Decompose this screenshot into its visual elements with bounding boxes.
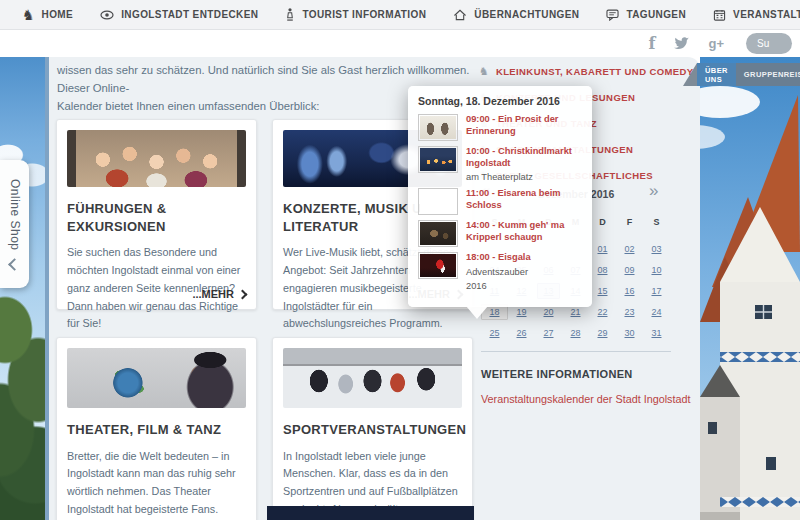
weekday-label: D — [599, 217, 606, 227]
nav-item-home[interactable]: ♞ HOME — [22, 8, 73, 22]
kripperl-thumb — [418, 220, 458, 247]
panther-icon: ♞ — [479, 66, 489, 77]
eisgala-skater-thumb — [418, 252, 458, 279]
nav-label: HOME — [42, 9, 74, 20]
city-night-thumb — [418, 146, 458, 173]
calendar-day[interactable]: 16 — [624, 286, 634, 296]
card-title: FÜHRUNGEN & EXKURSIONEN — [67, 200, 246, 235]
tourist-info-icon — [285, 8, 295, 21]
twitter-icon[interactable] — [673, 35, 690, 52]
nav-label: TAGUNGEN — [626, 9, 686, 20]
popup-event-eisarena[interactable]: 11:00 - Eisarena beim Schloss — [418, 188, 582, 215]
nav-item-veranstaltungen[interactable]: VERANSTALTUNGEN — [713, 9, 800, 21]
calendar-day[interactable]: 25 — [489, 328, 499, 338]
nav-label: VERANSTALTUNGEN — [733, 9, 800, 20]
globe-performer-photo[interactable] — [67, 348, 246, 408]
calendar-day[interactable]: 17 — [651, 286, 661, 296]
sidebar-item-kleinkunst[interactable]: ♞ KLEINKUNST, KABARETT UND COMEDY — [479, 66, 694, 77]
header-strip: f g+ Su — [0, 30, 800, 57]
ice-hockey-photo[interactable] — [283, 348, 462, 408]
online-shop-label: Online Shop — [8, 179, 22, 251]
calendar-day[interactable]: 21 — [570, 307, 580, 317]
prosit-figures-thumb — [418, 114, 458, 141]
card-title: THEATER, FILM & TANZ — [67, 421, 246, 439]
calendar-day[interactable]: 24 — [651, 307, 661, 317]
online-shop-tab[interactable]: Online Shop — [0, 160, 29, 288]
nav-item-uebernachtungen[interactable]: ÜBERNACHTUNGEN — [453, 9, 579, 21]
calendar-day[interactable]: 03 — [651, 244, 661, 254]
footer-edge-bar — [267, 506, 474, 520]
calendar-day[interactable]: 26 — [516, 328, 526, 338]
calendar-day[interactable]: 09 — [624, 265, 634, 275]
secondary-navigation: ÜBER UNS GRUPPENREISEN — [683, 63, 800, 86]
facebook-icon[interactable]: f — [649, 34, 656, 53]
popup-date-header: Sonntag, 18. Dezember 2016 — [418, 95, 582, 107]
calendar-day[interactable]: 20 — [543, 307, 553, 317]
nav-item-tagungen[interactable]: TAGUNGEN — [606, 9, 686, 21]
sidebar-divider — [481, 351, 671, 352]
calendar-day[interactable]: 29 — [597, 328, 607, 338]
calendar-day-popup: Sonntag, 18. Dezember 2016 09:00 - Ein P… — [408, 86, 592, 307]
popup-event-kripperl[interactable]: 14:00 - Kumm geh' ma Kripperl schaugn — [418, 220, 582, 247]
weitere-informationen-heading: WEITERE INFORMATIONEN — [481, 368, 633, 380]
speech-bubble-icon — [606, 9, 619, 21]
mehr-link[interactable]: ...MEHR — [192, 288, 246, 300]
subnav-tab-ueber-uns[interactable]: ÜBER UNS — [697, 63, 736, 86]
subnav-tab-gruppenreisen[interactable]: GRUPPENREISEN — [736, 63, 800, 86]
calendar-day[interactable]: 30 — [624, 328, 634, 338]
popup-event-christkindlmarkt[interactable]: 10:00 - Christkindlmarkt Ingolstadt am T… — [418, 146, 582, 183]
main-navigation: ♞ HOME INGOLSTADT ENTDECKEN TOURIST INFO… — [0, 0, 800, 30]
chevron-right-icon — [238, 289, 248, 299]
background-photo-castle — [700, 57, 800, 520]
popup-event-eisgala[interactable]: 18:00 - Eisgala Adventszauber 2016 — [418, 252, 582, 292]
calendar-day[interactable]: 08 — [597, 265, 607, 275]
search-button[interactable]: Su — [746, 33, 792, 54]
nav-item-tourist-information[interactable]: TOURIST INFORMATION — [285, 8, 426, 21]
calendar-day[interactable]: 28 — [570, 328, 580, 338]
calendar-day[interactable]: 02 — [624, 244, 634, 254]
calendar-next-button[interactable]: » — [649, 181, 657, 201]
nav-label: TOURIST INFORMATION — [302, 9, 426, 20]
calendar-day[interactable]: 10 — [651, 265, 661, 275]
social-bar: f g+ Su — [649, 30, 800, 57]
category-card-fuehrungen: FÜHRUNGEN & EXKURSIONEN Sie suchen das B… — [56, 119, 257, 310]
content-panel: wissen das sehr zu schätzen. Und natürli… — [45, 57, 700, 520]
tour-group-photo[interactable] — [67, 130, 246, 187]
weekday-label: S — [653, 217, 659, 227]
house-icon — [453, 9, 467, 21]
nav-item-ingolstadt-entdecken[interactable]: INGOLSTADT ENTDECKEN — [100, 9, 258, 20]
calendar-day[interactable]: 23 — [624, 307, 634, 317]
card-text: Bretter, die die Welt bedeuten – in Ingo… — [67, 448, 246, 519]
veranstaltungskalender-link[interactable]: Veranstaltungskalender der Stadt Ingolst… — [481, 393, 690, 405]
eisarena-aerial-thumb — [418, 188, 458, 215]
card-title: SPORTVERANSTALTUNGEN — [283, 421, 462, 439]
googleplus-icon[interactable]: g+ — [708, 36, 724, 51]
nav-label: INGOLSTADT ENTDECKEN — [121, 9, 258, 20]
calendar-day[interactable]: 01 — [597, 244, 607, 254]
eye-icon — [100, 10, 114, 20]
category-card-theater: THEATER, FILM & TANZ Bretter, die die We… — [56, 337, 257, 520]
calendar-day[interactable]: 15 — [597, 286, 607, 296]
calendar-day[interactable]: 31 — [651, 328, 661, 338]
nav-label: ÜBERNACHTUNGEN — [474, 9, 579, 20]
calendar-icon — [713, 9, 726, 21]
chevron-left-icon — [8, 258, 21, 271]
calendar-day[interactable]: 22 — [597, 307, 607, 317]
panther-logo-icon: ♞ — [22, 8, 35, 22]
weekday-label: F — [627, 217, 633, 227]
popup-event-prosit[interactable]: 09:00 - Ein Prosit der Erinnerung — [418, 114, 582, 141]
category-card-sport: SPORTVERANSTALTUNGEN In Ingolstadt leben… — [272, 337, 473, 520]
calendar-day[interactable]: 19 — [516, 307, 526, 317]
calendar-day[interactable]: 27 — [543, 328, 553, 338]
background-photo-trees — [0, 57, 45, 520]
